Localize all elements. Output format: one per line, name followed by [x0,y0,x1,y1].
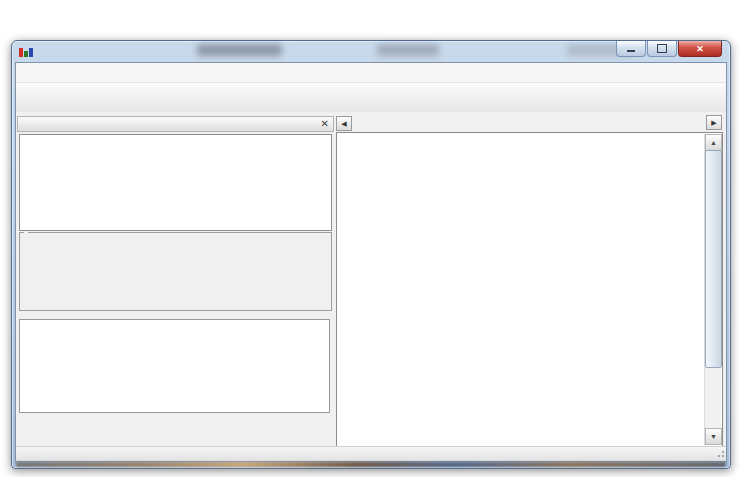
maximize-button[interactable] [647,41,677,57]
scroll-up-icon[interactable]: ▲ [705,134,722,151]
window-controls: ✕ [616,41,722,57]
app-window: ✕ ✕ [11,40,731,469]
wave-train-area[interactable] [338,134,705,445]
wave-train-panel: ▲ ▼ [336,132,723,447]
menu-bar [16,63,726,83]
window-body: ✕ ◀ ▶ [15,62,727,462]
glass-artifact [16,462,726,467]
close-icon[interactable]: ✕ [321,119,329,129]
scroll-down-icon[interactable]: ▼ [705,428,722,445]
status-bar [16,446,726,461]
glass-artifact [197,44,282,56]
waveform-options [19,415,332,429]
waveform-readouts [19,432,334,447]
title-bar: ✕ [12,41,730,62]
app-icon [19,46,33,57]
folders-list[interactable] [19,134,332,231]
toolbar [16,83,726,113]
resize-grip[interactable] [715,450,725,460]
client-area: ✕ ◀ ▶ [16,112,726,447]
glass-artifact [377,44,439,56]
folders-pane-caption: ✕ [17,116,334,132]
scrollbar-thumb[interactable] [705,150,722,368]
tab-bar: ◀ ▶ [336,116,723,132]
tab-scroll-left-icon[interactable]: ◀ [336,116,352,131]
close-button[interactable]: ✕ [678,41,722,57]
pile-params-group [19,232,332,311]
wave-train-pane: ◀ ▶ ▲ ▼ [336,116,723,447]
folders-pane: ✕ [17,116,334,447]
vertical-scrollbar[interactable]: ▲ ▼ [704,134,721,445]
waveform-plot[interactable] [19,319,330,413]
minimize-button[interactable] [616,41,646,57]
tab-scroll-right-icon[interactable]: ▶ [706,115,722,130]
